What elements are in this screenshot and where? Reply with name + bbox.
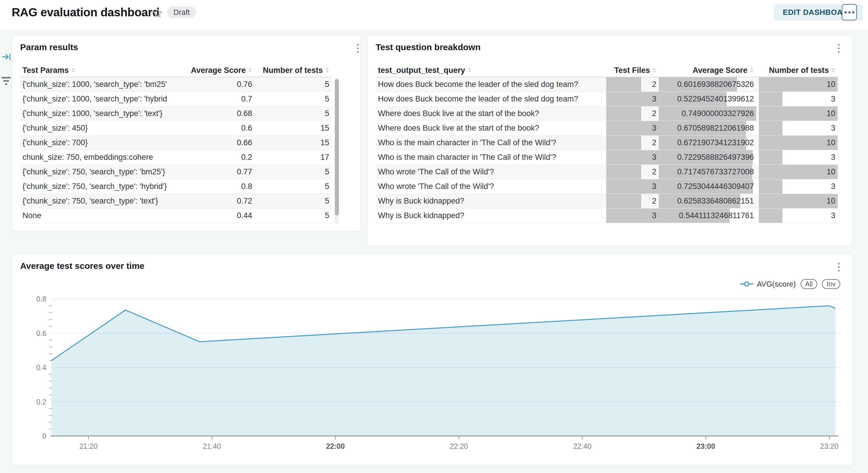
card-title: Param results [20, 42, 78, 52]
table-row: Who wrote 'The Call of the Wild'?20.7174… [376, 165, 838, 179]
data-bar [759, 106, 838, 121]
sort-caret-icon [468, 67, 472, 73]
table-header-row: test_output_test_query Test Files Averag… [376, 64, 838, 77]
cell-average-score: 0.7253044446309407 [659, 179, 756, 194]
cell-number-of-tests: 17 [254, 150, 332, 165]
cell-test-files: 3 [606, 179, 659, 194]
cell-test-query: Where does Buck live at the start of the… [376, 106, 606, 121]
column-header-test-files[interactable]: Test Files [606, 66, 659, 75]
data-bar [606, 77, 641, 92]
table-row: Where does Buck live at the start of the… [376, 121, 838, 136]
cell-test-files: 2 [606, 165, 659, 179]
data-bar [606, 179, 659, 194]
y-tick-label: 0.6 [36, 329, 46, 337]
column-header-average-score[interactable]: Average Score [167, 66, 254, 75]
scrollbar-thumb[interactable] [335, 79, 339, 215]
table-row: {'chunk_size': 750, 'search_type': 'hybr… [20, 179, 332, 194]
table-row: {'chunk_size': 750, 'search_type': 'bm25… [20, 165, 332, 179]
cell-average-score: 0.2 [167, 150, 254, 165]
cell-test-params: {'chunk_size': 750, 'search_type': 'hybr… [20, 179, 167, 194]
cell-test-query: How does Buck become the leader of the s… [376, 92, 606, 106]
card-menu-kebab-icon[interactable] [837, 43, 841, 54]
cell-average-score: 0.8 [167, 179, 254, 194]
table-row: {'chunk_size': 450}0.615 [20, 121, 332, 136]
star-icon[interactable] [152, 8, 163, 19]
table-row: How does Buck become the leader of the s… [376, 92, 838, 106]
sort-caret-icon [652, 67, 656, 73]
column-header-average-score[interactable]: Average Score [659, 66, 756, 75]
cell-test-files: 3 [606, 92, 659, 106]
status-badge: Draft [167, 6, 196, 18]
x-tick-label: 21:20 [80, 442, 98, 450]
table-row: {'chunk_size': 1000, 'search_type': 'tex… [20, 106, 332, 121]
column-header-test-query[interactable]: test_output_test_query [376, 66, 606, 75]
cell-average-score: 0.66 [167, 136, 254, 150]
data-bar [606, 136, 641, 150]
table-row: Who is the main character in 'The Call o… [376, 150, 838, 165]
table-row: How does Buck become the leader of the s… [376, 77, 838, 92]
column-header-number-of-tests[interactable]: Number of tests [756, 66, 838, 75]
data-bar [606, 121, 659, 135]
page-title: RAG evaluation dashboard [12, 6, 159, 19]
cell-number-of-tests: 10 [756, 165, 838, 179]
table-row: Why is Buck kidnapped?20.625833648086215… [376, 194, 838, 208]
table-row: Why is Buck kidnapped?30.544111324681176… [376, 208, 838, 223]
table-row: {'chunk_size': 750, 'search_type': 'text… [20, 194, 332, 208]
cell-average-score: 0.6705898212061988 [659, 121, 756, 135]
x-tick-label: 22:20 [450, 442, 468, 450]
data-bar [759, 165, 838, 179]
cell-test-files: 3 [606, 150, 659, 165]
scores-over-time-card: Average test scores over time AVG(score)… [12, 254, 853, 466]
y-tick-label: 0 [42, 432, 46, 440]
table-row: Who is the main character in 'The Call o… [376, 136, 838, 150]
more-actions-button[interactable] [842, 4, 857, 21]
cell-test-files: 2 [606, 136, 659, 150]
x-tick-label: 23:20 [820, 442, 839, 450]
param-results-rows: {'chunk_size': 1000, 'search_type': 'bm2… [20, 77, 332, 223]
cell-average-score: 0.7174576733727008 [659, 165, 756, 179]
area-chart-plot[interactable]: 21:2021:4022:0022:2022:4023:0023:2000.20… [12, 254, 852, 466]
cell-test-query: Where does Buck live at the start of the… [376, 121, 606, 135]
cell-average-score: 0.68 [167, 106, 254, 121]
cell-test-params: {'chunk_size': 1000, 'search_type': 'tex… [20, 106, 167, 121]
cell-average-score: 0.5229452401399612 [659, 92, 756, 106]
cell-number-of-tests: 5 [254, 208, 332, 223]
sort-caret-icon [750, 67, 754, 73]
data-bar [759, 194, 838, 208]
data-bar [759, 77, 838, 92]
x-tick-label: 21:40 [203, 442, 221, 450]
column-header-test-params[interactable]: Test Params [20, 66, 167, 75]
cell-test-params: {'chunk_size': 750, 'search_type': 'text… [20, 194, 167, 208]
area-fill [51, 306, 835, 436]
cell-average-score: 0.6 [167, 121, 254, 135]
data-bar [606, 165, 641, 179]
table-row: {'chunk_size': 1000, 'search_type': 'bm2… [20, 77, 332, 92]
cell-average-score: 0.749000003327926 [659, 106, 756, 121]
sort-caret-icon [71, 67, 75, 73]
cell-number-of-tests: 5 [254, 106, 332, 121]
cell-test-query: Who is the main character in 'The Call o… [376, 136, 606, 150]
column-header-number-of-tests[interactable]: Number of tests [254, 66, 332, 75]
data-bar [606, 150, 659, 165]
table-row: Where does Buck live at the start of the… [376, 106, 838, 121]
cell-test-query: Why is Buck kidnapped? [376, 208, 606, 223]
data-bar [759, 121, 782, 135]
x-tick-label: 22:40 [573, 442, 592, 450]
cell-test-query: How does Buck become the leader of the s… [376, 77, 606, 92]
data-bar [606, 194, 641, 208]
cell-test-params: {'chunk_size': 750, 'search_type': 'bm25… [20, 165, 167, 179]
card-menu-kebab-icon[interactable] [356, 43, 360, 54]
collapse-panel-icon[interactable] [2, 52, 12, 62]
cell-number-of-tests: 5 [254, 92, 332, 106]
cell-average-score: 0.72 [167, 194, 254, 208]
cell-test-query: Why is Buck kidnapped? [376, 194, 606, 208]
card-title: Test question breakdown [376, 42, 481, 52]
cell-number-of-tests: 5 [254, 165, 332, 179]
cell-number-of-tests: 3 [756, 179, 838, 194]
filter-icon[interactable] [1, 77, 11, 85]
data-bar [759, 150, 782, 165]
cell-test-query: Who wrote 'The Call of the Wild'? [376, 179, 606, 194]
cell-test-query: Who wrote 'The Call of the Wild'? [376, 165, 606, 179]
param-results-card: Param results Test Params Average Score … [12, 35, 361, 232]
cell-test-params: {'chunk_size': 1000, 'search_type': 'hyb… [20, 92, 167, 106]
